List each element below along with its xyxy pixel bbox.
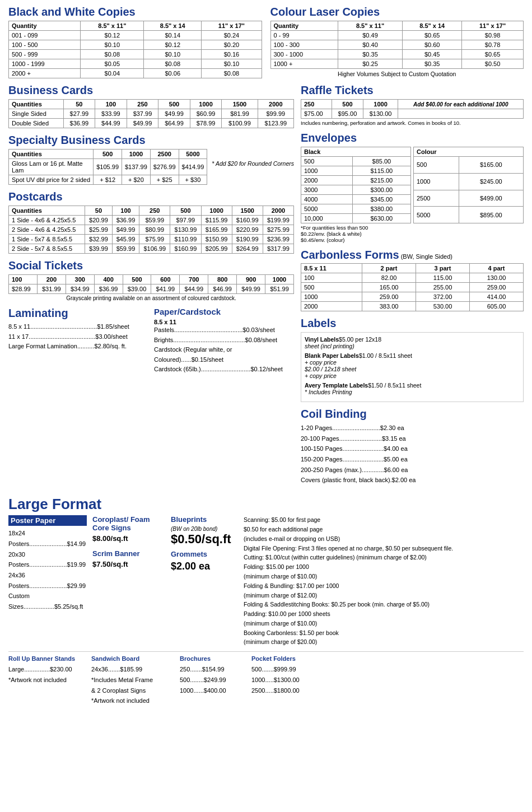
- laminating-item: 8.5 x 11................................…: [8, 322, 148, 332]
- envelopes-note: *For quantities less than 500 $0.22/env.…: [301, 225, 524, 243]
- blueprints-price: $0.50/sq.ft: [171, 532, 238, 547]
- service-item: Scanning: $5.00 for first page$0.50 for …: [244, 515, 524, 543]
- brochure-item: 250.......$154.99: [180, 664, 247, 675]
- bw-copies-table: Quantity8.5" x 11"8.5" x 1411" x 17" 001…: [8, 21, 262, 78]
- table-row: 2000 +$0.04$0.06$0.08: [9, 69, 262, 78]
- laminating-item: Large Format Lamination..........$2.80/s…: [8, 342, 148, 352]
- poster-paper-title: Poster Paper: [8, 515, 87, 526]
- envelopes-black-table: Black 500$85.001000$115.002000$215.00300…: [301, 147, 411, 223]
- service-item: Folding: $15.00 per 1000(minimum charge …: [244, 562, 524, 581]
- coil-binding-title: Coil Binding: [301, 408, 524, 421]
- sandwich-list: 24x36.......$185.99*Includes Metal Frame…: [91, 664, 175, 706]
- table-row: 4000$345.00: [301, 195, 411, 204]
- scrim-price: $7.50/sq.ft: [92, 560, 165, 568]
- paper-item: Brights.................................…: [154, 335, 294, 346]
- table-row: 3000$300.00: [301, 185, 411, 195]
- carbonless-section: Carbonless Forms (BW, Single Sided) 8.5 …: [301, 249, 524, 311]
- pocket-folders-section: Pocket Folders 500.......$999.991000....…: [251, 655, 324, 706]
- table-row: 300 - 1000$0.35$0.45$0.65: [270, 50, 524, 59]
- coil-item: 150-200 Pages........................$5.…: [301, 454, 524, 465]
- specialty-cards-section: Specialty Business Cards Quantities50010…: [8, 134, 294, 185]
- table-row: 500$85.00: [301, 157, 411, 166]
- coroplast-title: Coroplast/ Foam Core Signs: [92, 515, 165, 532]
- table-row: 2500$499.00: [414, 190, 524, 207]
- postcards-table: Quantities50100250500100015002000 1 Side…: [8, 206, 294, 254]
- rollup-list: Large...............$230.00*Artwork not …: [8, 664, 87, 685]
- table-row: $28.99$31.99$34.99$36.99$39.00$41.99$44.…: [9, 284, 294, 294]
- sandwich-item: 24x36.......$185.99: [91, 664, 175, 675]
- postcards-section: Postcards Quantities50100250500100015002…: [8, 190, 294, 254]
- table-row: Gloss Lam or 16 pt. Matte Lam$105.99$137…: [9, 159, 207, 175]
- table-row: 1 Side - 4x6 & 4.25x5.5$20.99$36.99$59.9…: [9, 216, 294, 225]
- table-row: 10,000$630.00: [301, 214, 411, 223]
- coil-item: 1-20 Pages............................$2…: [301, 423, 524, 433]
- service-item: Folding & Saddlestitching Books: $0.25 p…: [244, 600, 524, 609]
- poster-item: 24x36 Posters......................$29.9…: [8, 570, 87, 591]
- paper-cardstock-section: Paper/Cardstock 8.5 x 11 Pastels........…: [154, 307, 294, 375]
- table-row: Double Sided$36.99$44.99$49.99$64.99$78.…: [9, 119, 294, 128]
- labels-section: Labels Vinyl Labels$5.00 per 12x18sheet …: [301, 317, 524, 402]
- colour-copies-section: Colour Laser Copies Quantity8.5" x 11"8.…: [270, 6, 524, 78]
- table-row: Spot UV dbl price for 2 sided+ $12+ $20+…: [9, 175, 207, 185]
- laminating-title: Laminating: [8, 307, 148, 320]
- coil-item: Covers (plastic front, black back).$2.00…: [301, 475, 524, 486]
- service-item: Cutting: $1.00/cut (within cutter guidel…: [244, 553, 524, 562]
- large-format-title: Large Format: [8, 496, 524, 513]
- raffle-tickets-table: 250 500 1000 Add $40.00 for each additio…: [301, 99, 524, 119]
- table-row: 100 - 300$0.40$0.60$0.78: [270, 40, 524, 50]
- laminating-item: 11 x 17.................................…: [8, 332, 148, 342]
- sandwich-item: *Artwork not included: [91, 696, 175, 706]
- service-item: Padding: $10.00 per 1000 sheets(minimum …: [244, 609, 524, 628]
- postcards-title: Postcards: [8, 190, 294, 203]
- poster-paper-section: Poster Paper 18x24 Posters..............…: [8, 515, 87, 647]
- raffle-tickets-section: Raffle Tickets 250 500 1000 Add $40.00 f…: [301, 84, 524, 126]
- business-cards-title: Business Cards: [8, 84, 294, 97]
- laminating-section: Laminating 8.5 x 11.....................…: [8, 307, 148, 375]
- table-row: 2000$215.00: [301, 176, 411, 185]
- table-row: 001 - 099$0.12$0.14$0.24: [9, 31, 262, 40]
- brochure-item: 1000......$400.00: [180, 685, 247, 696]
- envelopes-section: Envelopes Black 500$85.001000$115.002000…: [301, 132, 524, 243]
- pocket-item: 2500.....$1800.00: [251, 685, 324, 696]
- table-row: 2000383.00530.00605.00: [301, 302, 524, 311]
- sandwich-title: Sandwich Board: [91, 655, 175, 662]
- table-row: 500 - 999$0.08$0.10$0.16: [9, 50, 262, 59]
- blueprints-title: Blueprints: [171, 515, 238, 524]
- table-row: 2 Side - 5x7 & 8.5x5.5$39.99$59.99$106.9…: [9, 244, 294, 254]
- raffle-tickets-title: Raffle Tickets: [301, 84, 524, 97]
- envelopes-colour-table: Colour 500$165.001000$245.002500$499.005…: [413, 147, 524, 223]
- brochures-list: 250.......$154.99500........$249.991000.…: [180, 664, 247, 696]
- paper-item: Pastels.................................…: [154, 325, 294, 335]
- grommets-title: Grommets: [171, 550, 238, 558]
- table-row: 500$165.00: [414, 157, 524, 174]
- carbonless-note: (BW, Single Sided): [401, 253, 452, 260]
- social-tickets-section: Social Tickets 1002003004005006007008009…: [8, 259, 294, 301]
- labels-title: Labels: [301, 317, 524, 330]
- coil-item: 100-150 Pages........................$4.…: [301, 444, 524, 454]
- pocket-folders-title: Pocket Folders: [251, 655, 324, 662]
- coil-item: 20-100 Pages.........................$3.…: [301, 433, 524, 444]
- colour-copies-note: Higher Volumes Subject to Custom Quotati…: [270, 71, 524, 77]
- brochures-title: Brochures: [180, 655, 247, 662]
- business-cards-table: Quantities50100250500100015002000 Single…: [8, 99, 294, 128]
- table-row: 1000$245.00: [414, 173, 524, 190]
- label-item: Blank Paper Labels$1.00 / 8.5x11 sheet+ …: [305, 352, 520, 379]
- table-row: 1 Side - 5x7 & 8.5x5.5$32.99$45.99$75.99…: [9, 235, 294, 244]
- table-row: 5000$380.00: [301, 204, 411, 214]
- table-row: 1000259.00372.00414.00: [301, 292, 524, 302]
- brochure-item: 500........$249.99: [180, 675, 247, 685]
- blueprints-section: Blueprints (BW on 20lb bond) $0.50/sq.ft…: [171, 515, 238, 647]
- business-cards-section: Business Cards Quantities501002505001000…: [8, 84, 294, 128]
- paper-cardstock-subtitle: 8.5 x 11: [154, 319, 294, 325]
- coroplast-price: $8.00/sq.ft: [92, 534, 165, 543]
- rollup-section: Roll Up Banner Stands Large.............…: [8, 655, 87, 706]
- blueprints-note: (BW on 20lb bond): [171, 526, 238, 532]
- pocket-item: 500.......$999.99: [251, 664, 324, 675]
- sandwich-section: Sandwich Board 24x36.......$185.99*Inclu…: [91, 655, 175, 706]
- pocket-folders-list: 500.......$999.991000.....$1300.002500..…: [251, 664, 324, 696]
- table-row: 5000$895.00: [414, 207, 524, 223]
- colour-copies-table: Quantity8.5" x 11"8.5" x 1411" x 17" 0 -…: [270, 21, 524, 69]
- poster-item: Custom Sizes..................$5.25/sq.f…: [8, 591, 87, 612]
- labels-box: Vinyl Labels$5.00 per 12x18sheet (incl p…: [301, 332, 524, 402]
- label-item: Avery Template Labels$1.50 / 8.5x11 shee…: [305, 382, 520, 395]
